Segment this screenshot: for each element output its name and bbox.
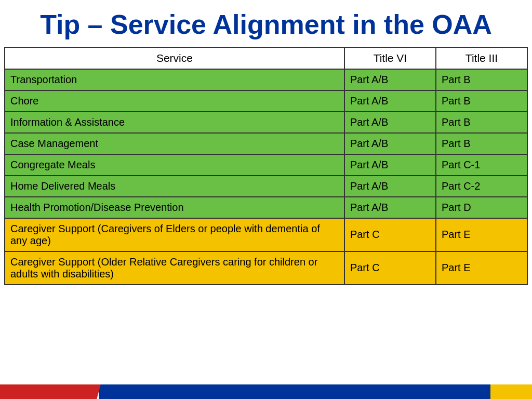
- cell-title3: Part E: [436, 251, 527, 285]
- cell-title3: Part C-1: [436, 154, 527, 176]
- cell-title3: Part D: [436, 197, 527, 218]
- cell-title6: Part A/B: [344, 69, 436, 90]
- title-area: Tip – Service Alignment in the OAA: [0, 0, 532, 47]
- cell-title6: Part C: [344, 251, 436, 285]
- table-row: Caregiver Support (Older Relative Caregi…: [5, 251, 527, 285]
- table-header-row: Service Title VI Title III: [5, 47, 527, 69]
- cell-title6: Part C: [344, 218, 436, 251]
- table-row: TransportationPart A/BPart B: [5, 69, 527, 90]
- cell-title3: Part B: [436, 112, 527, 133]
- table-container: Service Title VI Title III Transportatio…: [0, 47, 532, 399]
- cell-service: Congregate Meals: [5, 154, 344, 176]
- cell-title6: Part A/B: [344, 197, 436, 218]
- table-row: Health Promotion/Disease PreventionPart …: [5, 197, 527, 218]
- cell-title3: Part C-2: [436, 176, 527, 197]
- cell-service: Caregiver Support (Caregivers of Elders …: [5, 218, 344, 251]
- table-row: Information & AssistancePart A/BPart B: [5, 112, 527, 133]
- cell-service: Information & Assistance: [5, 112, 344, 133]
- cell-service: Health Promotion/Disease Prevention: [5, 197, 344, 218]
- table-row: Case ManagementPart A/BPart B: [5, 133, 527, 154]
- cell-service: Caregiver Support (Older Relative Caregi…: [5, 251, 344, 285]
- slide-title: Tip – Service Alignment in the OAA: [10, 9, 522, 41]
- table-row: Caregiver Support (Caregivers of Elders …: [5, 218, 527, 251]
- cell-title6: Part A/B: [344, 90, 436, 112]
- cell-service: Chore: [5, 90, 344, 112]
- table-row: Home Delivered MealsPart A/BPart C-2: [5, 176, 527, 197]
- alignment-table: Service Title VI Title III Transportatio…: [4, 47, 528, 285]
- slide: Tip – Service Alignment in the OAA Servi…: [0, 0, 532, 399]
- cell-service: Home Delivered Meals: [5, 176, 344, 197]
- cell-title3: Part B: [436, 69, 527, 90]
- footer-bar: [0, 384, 532, 399]
- table-row: ChorePart A/BPart B: [5, 90, 527, 112]
- cell-service: Transportation: [5, 69, 344, 90]
- cell-service: Case Management: [5, 133, 344, 154]
- header-service: Service: [5, 47, 344, 69]
- footer-red: [0, 384, 101, 399]
- table-row: Congregate MealsPart A/BPart C-1: [5, 154, 527, 176]
- cell-title6: Part A/B: [344, 112, 436, 133]
- header-title6: Title VI: [344, 47, 436, 69]
- header-title3: Title III: [436, 47, 527, 69]
- footer-yellow: [490, 384, 532, 399]
- cell-title3: Part E: [436, 218, 527, 251]
- cell-title6: Part A/B: [344, 176, 436, 197]
- cell-title6: Part A/B: [344, 154, 436, 176]
- footer-blue: [99, 384, 490, 399]
- cell-title3: Part B: [436, 133, 527, 154]
- cell-title3: Part B: [436, 90, 527, 112]
- cell-title6: Part A/B: [344, 133, 436, 154]
